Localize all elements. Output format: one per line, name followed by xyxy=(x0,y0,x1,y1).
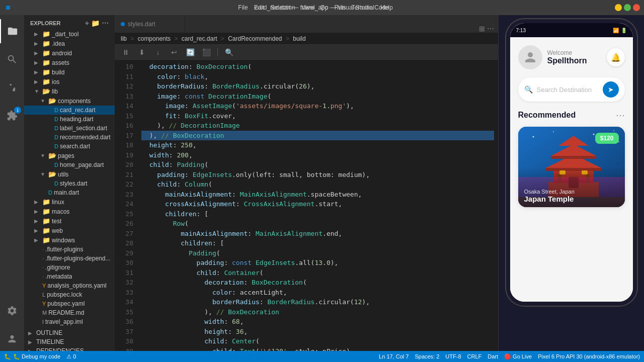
restart-btn[interactable]: 🔄 xyxy=(183,47,197,58)
status-errors[interactable]: ⚠ 0 xyxy=(66,353,76,360)
sidebar-item-main-dart[interactable]: D main.dart xyxy=(24,188,115,197)
code-line-24[interactable]: crossAxisAlignment: CrossAxisAlignment.s… xyxy=(141,199,494,209)
search-btn[interactable]: 🔍 xyxy=(222,47,236,58)
settings-icon[interactable] xyxy=(0,299,24,323)
sidebar-item-travel-app-iml[interactable]: I travel_app.iml xyxy=(24,317,115,326)
code-line-30[interactable]: padding: const EdgeInsets.all(13.0), xyxy=(141,258,494,268)
sidebar-item--metadata[interactable]: · .metadata xyxy=(24,272,115,281)
code-line-35[interactable]: ), // BoxDecoration xyxy=(141,307,494,317)
close-button[interactable]: × xyxy=(633,4,640,11)
sidebar-item-macos[interactable]: ▶ 📁 macos xyxy=(24,207,115,216)
sidebar-item-search-dart[interactable]: D search.dart xyxy=(24,142,115,151)
sidebar-item-test[interactable]: ▶ 📁 test xyxy=(24,216,115,226)
sidebar-outline-section[interactable]: ▶ OUTLINE xyxy=(24,328,115,337)
sidebar-item-heading-dart[interactable]: D heading.dart xyxy=(24,115,115,124)
sidebar-item-windows[interactable]: ▶ 📁 windows xyxy=(24,235,115,245)
code-line-31[interactable]: child: Container( xyxy=(141,268,494,278)
sidebar-item-home-page-dart[interactable]: D home_page.dart xyxy=(24,160,115,169)
split-editor-icon[interactable]: ⊞ xyxy=(479,25,485,33)
explorer-icon[interactable] xyxy=(0,19,24,43)
breadcrumb-item-0[interactable]: lib xyxy=(121,35,127,42)
sidebar-item--gitignore[interactable]: · .gitignore xyxy=(24,263,115,272)
user-icon[interactable] xyxy=(0,327,24,351)
collapse-icon[interactable]: ⋯ xyxy=(102,19,109,27)
phone-home-button[interactable] xyxy=(560,303,582,306)
step-btn[interactable]: ↓ xyxy=(151,47,165,58)
sidebar-item-pubspec-yaml[interactable]: Y pubspec.yaml xyxy=(24,299,115,308)
breadcrumb-item-2[interactable]: card_rec.dart xyxy=(182,35,217,42)
code-line-39[interactable]: child: Text('\$120', style: pPrice), xyxy=(141,346,494,351)
phone-back-button[interactable]: ◀ xyxy=(519,303,541,306)
step-down-btn[interactable]: ⬇ xyxy=(135,47,149,58)
code-line-25[interactable]: children: [ xyxy=(141,209,494,219)
source-control-icon[interactable] xyxy=(0,75,24,100)
tab-styles-dart[interactable]: styles.dart xyxy=(115,15,185,33)
code-line-11[interactable]: color: black, xyxy=(141,72,494,82)
sidebar-item-web[interactable]: ▶ 📁 web xyxy=(24,226,115,235)
sidebar-item-ios[interactable]: ▶ 📁 ios xyxy=(24,77,115,86)
phone-square-button[interactable] xyxy=(601,303,623,306)
status-line-col[interactable]: Ln 17, Col 7 xyxy=(379,353,409,359)
minimize-button[interactable]: — xyxy=(615,4,622,11)
code-line-17[interactable]: 💡 ), // BoxDecoration xyxy=(141,131,494,141)
sidebar-item-label-section-dart[interactable]: D label_section.dart xyxy=(24,124,115,133)
stop-btn[interactable]: ⬛ xyxy=(199,47,213,58)
code-line-34[interactable]: borderRadius: BorderRadius.circular(12), xyxy=(141,297,494,307)
sidebar-item-android[interactable]: ▶ 📁 android xyxy=(24,48,115,58)
code-line-20[interactable]: child: Padding( xyxy=(141,160,494,170)
code-line-14[interactable]: image: AssetImage('assets/images/square-… xyxy=(141,101,494,111)
sidebar-item-assets[interactable]: ▶ 📁 assets xyxy=(24,58,115,67)
breadcrumb-item-1[interactable]: components xyxy=(138,35,171,42)
code-line-16[interactable]: ), // DecorationImage xyxy=(141,121,494,131)
code-editor[interactable]: decoration: BoxDecoration( color: black,… xyxy=(137,60,498,351)
code-line-29[interactable]: Padding( xyxy=(141,248,494,258)
code-line-23[interactable]: mainAxisAlignment: MainAxisAlignment.spa… xyxy=(141,190,494,200)
new-file-icon[interactable]: + xyxy=(85,19,89,27)
sidebar-item-build[interactable]: ▶ 📁 build xyxy=(24,67,115,77)
new-folder-icon[interactable]: 📁 xyxy=(91,19,100,27)
phone-search-button[interactable]: ➤ xyxy=(603,81,619,98)
sidebar-timeline-section[interactable]: ▶ TIMELINE xyxy=(24,337,115,346)
sidebar-item-linux[interactable]: ▶ 📁 linux xyxy=(24,197,115,207)
sidebar-item-readme-md[interactable]: M README.md xyxy=(24,308,115,317)
menu-file[interactable]: File xyxy=(235,3,251,12)
code-line-38[interactable]: child: Center( xyxy=(141,336,494,346)
code-line-27[interactable]: mainAxisAlignment: MainAxisAlignment.end… xyxy=(141,229,494,239)
status-eol[interactable]: CRLF xyxy=(467,353,482,359)
phone-card[interactable]: Osaka Street, Japan Japan Temple $120 xyxy=(518,127,625,207)
code-line-36[interactable]: width: 68, xyxy=(141,317,494,327)
code-line-37[interactable]: height: 36, xyxy=(141,327,494,337)
code-line-10[interactable]: decoration: BoxDecoration( xyxy=(141,62,494,72)
status-emulator[interactable]: Pixel 6 Pro API 30 (android-x86 emulator… xyxy=(538,353,640,359)
sidebar-item-analysis-options-yaml[interactable]: Y analysis_options.yaml xyxy=(24,281,115,290)
sidebar-item-recommended-dart[interactable]: D recommended.dart xyxy=(24,133,115,142)
sidebar-item-styles-dart[interactable]: D styles.dart xyxy=(24,179,115,188)
sidebar-item-utils[interactable]: ▼ 📂 utils xyxy=(24,169,115,179)
status-debug[interactable]: 🐛 🐛 Debug my code xyxy=(4,353,60,360)
status-spaces[interactable]: Spaces: 2 xyxy=(415,353,439,359)
code-line-15[interactable]: fit: BoxFit.cover, xyxy=(141,111,494,121)
extensions-icon[interactable]: 1 xyxy=(0,104,24,128)
sidebar-item--flutter-plugins-depend---[interactable]: · .flutter-plugins-depend... xyxy=(24,254,115,263)
phone-section-more-icon[interactable]: ⋯ xyxy=(616,110,625,121)
step-over-btn[interactable]: ↩ xyxy=(167,47,181,58)
phone-search-bar[interactable]: 🔍 Search Destination ➤ xyxy=(518,77,625,102)
sidebar-item--dart-tool[interactable]: ▶ 📁 _dart_tool xyxy=(24,29,115,39)
code-line-28[interactable]: children: [ xyxy=(141,238,494,248)
code-line-32[interactable]: decoration: BoxDecoration( xyxy=(141,278,494,288)
sidebar-item-card-rec-dart[interactable]: D card_rec.dart xyxy=(24,106,115,115)
code-line-26[interactable]: Row( xyxy=(141,219,494,229)
sidebar-item-lib[interactable]: ▼ 📂 lib xyxy=(24,86,115,96)
status-golive[interactable]: 🔴 Go Live xyxy=(504,353,532,360)
code-line-22[interactable]: child: Column( xyxy=(141,179,494,190)
status-encoding[interactable]: UTF-8 xyxy=(445,353,461,359)
more-actions-icon[interactable]: ⋯ xyxy=(487,25,494,33)
pause-btn[interactable]: ⏸ xyxy=(119,47,133,58)
sidebar-item-pages[interactable]: ▼ 📂 pages xyxy=(24,151,115,160)
sidebar-item-pubspec-lock[interactable]: L pubspec.lock xyxy=(24,290,115,299)
maximize-button[interactable]: + xyxy=(624,4,631,11)
code-line-19[interactable]: width: 200, xyxy=(141,150,494,160)
code-line-13[interactable]: image: const DecorationImage( xyxy=(141,92,494,102)
status-language[interactable]: Dart xyxy=(488,353,498,359)
sidebar-dependencies-section[interactable]: ▶ DEPENDENCIES xyxy=(24,346,115,351)
